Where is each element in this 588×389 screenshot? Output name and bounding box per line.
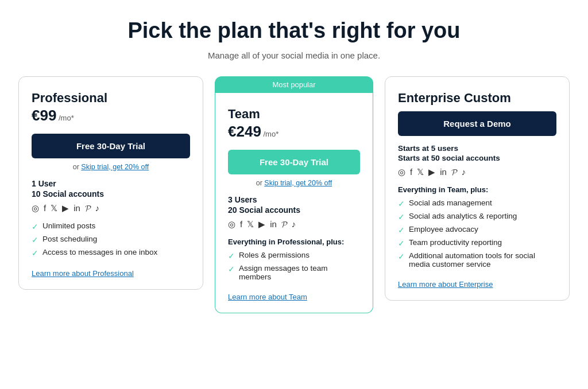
feature-text: Additional automation tools for social m… [409, 251, 556, 269]
plan-price: €249 /mo* [228, 123, 360, 141]
feature-text: Social ads analytics & reporting [409, 212, 517, 220]
feature-text: Roles & permissions [239, 251, 310, 259]
youtube-icon: ▶ [62, 203, 69, 213]
social-icons-row: ◎f𝕏▶in𝓟♪ [228, 219, 360, 229]
plan-accounts: 10 Social accounts [32, 189, 190, 199]
feature-item: ✓Social ads analytics & reporting [398, 212, 556, 221]
team-cta-button[interactable]: Free 30-Day Trial [228, 150, 360, 174]
professional-learn-more-link[interactable]: Learn more about Professional [32, 258, 190, 278]
page-title: Pick the plan that's right for you [127, 18, 460, 44]
skip-trial-link[interactable]: Skip trial, get 20% off [264, 179, 332, 187]
tiktok-icon: ♪ [95, 203, 100, 213]
features-header: Everything in Professional, plus: [228, 238, 360, 246]
pinterest-icon: 𝓟 [85, 203, 91, 213]
check-icon: ✓ [32, 235, 38, 244]
check-icon: ✓ [398, 199, 405, 208]
enterprise-starts-users: Starts at 5 users [398, 144, 556, 153]
plan-price: €99 /mo* [32, 107, 190, 125]
facebook-icon: f [240, 219, 242, 229]
check-icon: ✓ [398, 225, 405, 235]
plans-container: Professional€99 /mo*Free 30-Day Trialor … [18, 76, 570, 313]
check-icon: ✓ [398, 239, 405, 248]
instagram-icon: ◎ [32, 203, 39, 213]
enterprise-learn-more-link[interactable]: Learn more about Enterprise [398, 269, 556, 289]
instagram-icon: ◎ [228, 219, 235, 229]
feature-text: Unlimited posts [42, 221, 95, 230]
enterprise-starts-accounts: Starts at 50 social accounts [398, 154, 556, 162]
check-icon: ✓ [398, 252, 405, 261]
team-learn-more-link[interactable]: Learn more about Team [228, 281, 360, 301]
youtube-icon: ▶ [428, 167, 435, 177]
plan-card-team: Team€249 /mo*Free 30-Day Trialor Skip tr… [215, 93, 373, 313]
feature-item: ✓Post scheduling [32, 235, 190, 244]
feature-text: Team productivity reporting [409, 238, 502, 247]
check-icon: ✓ [32, 248, 38, 258]
facebook-icon: f [410, 167, 412, 177]
pinterest-icon: 𝓟 [451, 167, 457, 177]
feature-text: Employee advocacy [409, 225, 478, 234]
feature-item: ✓Employee advocacy [398, 225, 556, 235]
plan-card-professional: Professional€99 /mo*Free 30-Day Trialor … [18, 76, 203, 290]
check-icon: ✓ [32, 222, 38, 231]
feature-item: ✓Additional automation tools for social … [398, 251, 556, 269]
twitter-icon: 𝕏 [247, 219, 254, 229]
twitter-icon: 𝕏 [417, 167, 424, 177]
feature-text: Assign messages to team members [239, 264, 360, 281]
plan-users: 1 User [32, 179, 190, 188]
youtube-icon: ▶ [258, 219, 265, 229]
feature-item: ✓Assign messages to team members [228, 264, 360, 281]
feature-item: ✓Roles & permissions [228, 251, 360, 260]
page-subtitle: Manage all of your social media in one p… [208, 50, 380, 60]
facebook-icon: f [44, 203, 46, 213]
skip-trial-text: or Skip trial, get 20% off [32, 163, 190, 171]
check-icon: ✓ [228, 264, 235, 274]
skip-trial-text: or Skip trial, get 20% off [228, 179, 360, 187]
check-icon: ✓ [398, 212, 405, 221]
plan-users: 3 Users [228, 195, 360, 204]
professional-cta-button[interactable]: Free 30-Day Trial [32, 134, 190, 158]
feature-list: ✓Social ads management✓Social ads analyt… [398, 199, 556, 269]
linkedin-icon: in [74, 203, 80, 213]
check-icon: ✓ [228, 251, 235, 260]
plan-card-enterprise: Enterprise CustomRequest a DemoStarts at… [385, 76, 570, 301]
plan-accounts: 20 Social accounts [228, 205, 360, 215]
plan-name: Team [228, 107, 360, 122]
feature-item: ✓Team productivity reporting [398, 238, 556, 248]
social-icons-row: ◎f𝕏▶in𝓟♪ [32, 203, 190, 213]
social-icons-row: ◎f𝕏▶in𝓟♪ [398, 167, 556, 177]
popular-plan-wrapper: Most popularTeam€249 /mo*Free 30-Day Tri… [215, 76, 373, 313]
plan-name: Enterprise Custom [398, 91, 556, 106]
feature-text: Post scheduling [42, 235, 97, 243]
feature-item: ✓Social ads management [398, 199, 556, 208]
feature-list: ✓Unlimited posts✓Post scheduling✓Access … [32, 221, 190, 258]
feature-list: ✓Roles & permissions✓Assign messages to … [228, 251, 360, 281]
skip-trial-link[interactable]: Skip trial, get 20% off [81, 163, 149, 171]
feature-item: ✓Access to messages in one inbox [32, 248, 190, 258]
instagram-icon: ◎ [398, 167, 405, 177]
tiktok-icon: ♪ [462, 167, 466, 177]
twitter-icon: 𝕏 [51, 203, 57, 213]
pinterest-icon: 𝓟 [281, 219, 287, 229]
enterprise-cta-button[interactable]: Request a Demo [398, 111, 556, 136]
linkedin-icon: in [440, 167, 447, 177]
feature-item: ✓Unlimited posts [32, 221, 190, 231]
feature-text: Access to messages in one inbox [42, 248, 157, 256]
tiktok-icon: ♪ [292, 219, 296, 229]
linkedin-icon: in [270, 219, 277, 229]
feature-text: Social ads management [409, 199, 492, 207]
popular-badge: Most popular [215, 76, 373, 93]
plan-name: Professional [32, 91, 190, 106]
features-header: Everything in Team, plus: [398, 185, 556, 194]
